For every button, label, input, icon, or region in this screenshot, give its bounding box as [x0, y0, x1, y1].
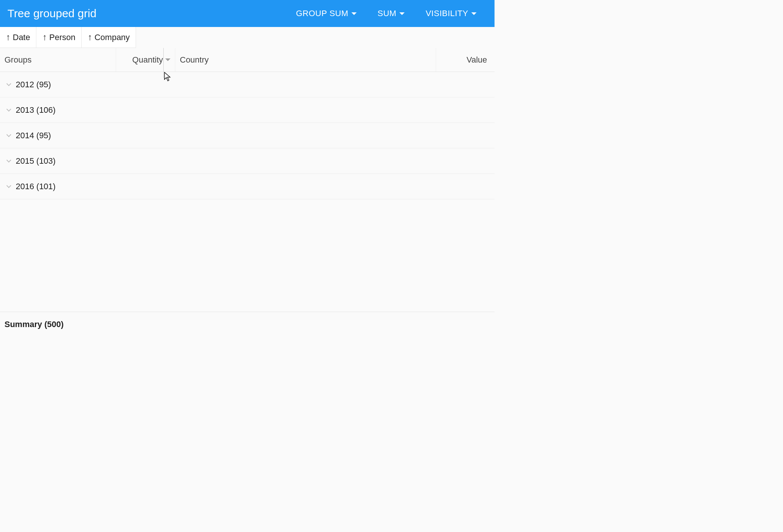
group-by-bar: ↑ Date ↑ Person ↑ Company: [0, 27, 495, 48]
caret-down-icon: [399, 12, 405, 15]
summary-label: Summary (500): [4, 320, 64, 329]
column-header-label: Groups: [4, 55, 31, 65]
group-sum-menu-button[interactable]: GROUP SUM: [285, 0, 367, 27]
tree-row[interactable]: 2015 (103): [0, 148, 495, 174]
page-title: Tree grouped grid: [7, 7, 96, 20]
sort-asc-icon: ↑: [42, 33, 47, 42]
tree-row-label: 2012 (95): [16, 80, 51, 90]
title-bar: Tree grouped grid GROUP SUM SUM VISIBILI…: [0, 0, 495, 27]
column-header-label: Quantity: [132, 55, 163, 65]
expand-icon[interactable]: [4, 109, 13, 111]
group-chip-company[interactable]: ↑ Company: [82, 27, 136, 48]
column-header-country[interactable]: Country: [175, 48, 436, 72]
tree-row[interactable]: 2012 (95): [0, 72, 495, 97]
summary-row: Summary (500): [0, 312, 495, 336]
group-chip-person[interactable]: ↑ Person: [36, 27, 82, 48]
column-header-groups[interactable]: Groups: [0, 48, 116, 72]
group-chip-date[interactable]: ↑ Date: [0, 27, 36, 48]
expand-icon[interactable]: [4, 84, 13, 85]
tree-row[interactable]: 2016 (101): [0, 174, 495, 199]
column-menu-icon[interactable]: [165, 58, 170, 61]
caret-down-icon: [471, 12, 477, 15]
sort-asc-icon: ↑: [88, 33, 92, 42]
sum-menu-label: SUM: [378, 9, 396, 18]
tree-row-label: 2015 (103): [16, 156, 55, 166]
column-header-row: Groups Quantity Country Value: [0, 48, 495, 72]
tree-row[interactable]: 2013 (106): [0, 97, 495, 123]
app-root: Tree grouped grid GROUP SUM SUM VISIBILI…: [0, 0, 495, 336]
visibility-menu-button[interactable]: VISIBILITY: [415, 0, 487, 27]
expand-icon[interactable]: [4, 134, 13, 136]
tree-row-label: 2013 (106): [16, 105, 55, 115]
expand-icon[interactable]: [4, 160, 13, 162]
group-chip-label: Date: [13, 33, 30, 42]
group-chip-label: Person: [49, 33, 75, 42]
sort-asc-icon: ↑: [6, 33, 10, 42]
column-header-label: Value: [466, 55, 487, 65]
tree-row-label: 2016 (101): [16, 182, 55, 191]
tree-row-label: 2014 (95): [16, 131, 51, 140]
expand-icon[interactable]: [4, 185, 13, 187]
visibility-menu-label: VISIBILITY: [426, 9, 468, 18]
column-header-value[interactable]: Value: [436, 48, 495, 72]
grid-body: 2012 (95) 2013 (106) 2014 (95) 2015 (103…: [0, 72, 495, 199]
group-sum-menu-label: GROUP SUM: [296, 9, 348, 18]
column-header-label: Country: [180, 55, 209, 65]
group-chip-label: Company: [94, 33, 130, 42]
caret-down-icon: [351, 12, 357, 15]
tree-row[interactable]: 2014 (95): [0, 123, 495, 148]
sum-menu-button[interactable]: SUM: [367, 0, 415, 27]
column-header-quantity[interactable]: Quantity: [116, 48, 175, 72]
